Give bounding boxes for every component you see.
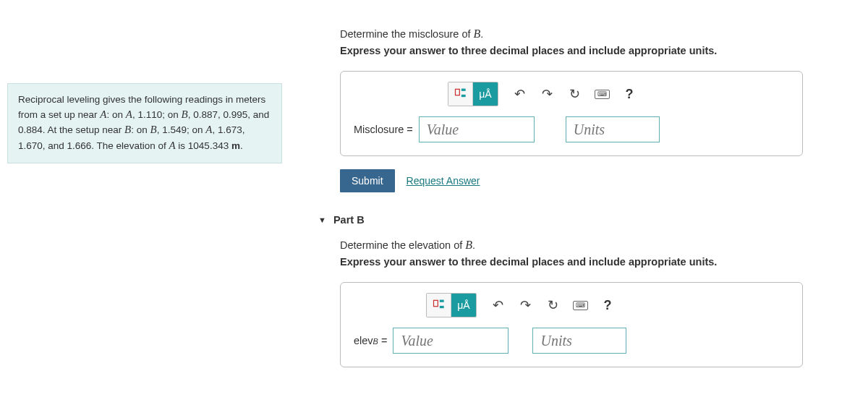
undo-button[interactable]: ↶ <box>490 297 506 313</box>
subscript-B: B <box>373 337 378 346</box>
partA-toolbar: μÅ ↶ ↷ ↻ ⌨ ? <box>448 82 637 106</box>
svg-rect-3 <box>433 300 438 306</box>
svg-rect-2 <box>461 95 465 97</box>
keyboard-icon: ⌨ <box>595 90 610 99</box>
partB-prompt1: Determine the elevation of B. <box>340 239 846 252</box>
text: : on <box>106 109 125 120</box>
var-A: A <box>126 108 132 120</box>
svg-rect-1 <box>461 89 465 91</box>
text: Determine the misclosure of <box>340 28 474 40</box>
svg-rect-4 <box>439 300 443 302</box>
var-B: B <box>150 124 157 135</box>
text: . <box>240 140 243 151</box>
partB-answer-box: μÅ ↶ ↷ ↻ ⌨ ? elevB = <box>340 282 803 367</box>
template-tool-button[interactable] <box>427 294 451 317</box>
request-answer-link[interactable]: Request Answer <box>407 175 480 187</box>
keyboard-button[interactable]: ⌨ <box>572 297 588 313</box>
var-A: A <box>169 140 175 151</box>
keyboard-icon: ⌨ <box>573 301 588 310</box>
problem-sidebar: Reciprocal leveling gives the following … <box>7 14 282 367</box>
reset-button[interactable]: ↻ <box>566 86 582 102</box>
template-icon <box>454 87 468 101</box>
template-tool-button[interactable] <box>448 82 473 106</box>
partB-input-row: elevB = <box>354 328 789 354</box>
keyboard-button[interactable]: ⌨ <box>594 86 610 102</box>
problem-statement: Reciprocal leveling gives the following … <box>7 83 282 163</box>
partB-header[interactable]: ▼ Part B <box>318 214 846 226</box>
redo-button[interactable]: ↷ <box>539 86 555 102</box>
partA-input-row: Misclosure = <box>354 116 789 142</box>
text: elev <box>354 335 373 346</box>
partA-submit-row: Submit Request Answer <box>340 169 846 192</box>
main-content: Determine the misclosure of B. Express y… <box>282 14 861 367</box>
partA-value-input[interactable] <box>419 116 535 142</box>
text: is 1045.343 <box>176 140 231 151</box>
text: , 1.110; on <box>132 109 182 120</box>
misclosure-label: Misclosure = <box>354 124 413 135</box>
template-icon <box>432 298 446 312</box>
partB-value-input[interactable] <box>393 328 509 354</box>
var-B: B <box>465 239 472 251</box>
units-tool-button[interactable]: μÅ <box>451 294 476 317</box>
text: = <box>378 335 388 346</box>
text: . <box>472 239 475 251</box>
partA-units-input[interactable] <box>566 116 660 142</box>
partA-prompt2: Express your answer to three decimal pla… <box>340 45 846 56</box>
svg-rect-0 <box>455 89 459 95</box>
help-button[interactable]: ? <box>621 86 637 102</box>
partB-title: Part B <box>333 214 365 226</box>
unit-m: m <box>231 140 240 151</box>
partA-prompt1: Determine the misclosure of B. <box>340 27 846 40</box>
collapse-caret-icon: ▼ <box>318 216 326 224</box>
partA-answer-box: μÅ ↶ ↷ ↻ ⌨ ? Misclosure = <box>340 71 803 156</box>
text: . <box>480 28 483 40</box>
action-tools: ↶ ↷ ↻ ⌨ ? <box>490 297 616 313</box>
partB-toolbar: μÅ ↶ ↷ ↻ ⌨ ? <box>426 293 616 317</box>
var-B: B <box>474 27 481 40</box>
var-B: B <box>124 124 131 135</box>
svg-rect-5 <box>439 306 443 308</box>
text: : on <box>131 124 150 135</box>
redo-button[interactable]: ↷ <box>517 297 533 313</box>
format-tool-group: μÅ <box>448 82 498 106</box>
format-tool-group: μÅ <box>426 293 477 317</box>
text: Determine the elevation of <box>340 239 465 251</box>
submit-button[interactable]: Submit <box>340 169 395 192</box>
help-button[interactable]: ? <box>600 297 616 313</box>
elev-label: elevB = <box>354 335 387 346</box>
units-tool-button[interactable]: μÅ <box>473 82 498 106</box>
undo-button[interactable]: ↶ <box>511 86 527 102</box>
partB-prompt2: Express your answer to three decimal pla… <box>340 256 846 268</box>
partB-units-input[interactable] <box>532 328 626 354</box>
reset-button[interactable]: ↻ <box>545 297 561 313</box>
action-tools: ↶ ↷ ↻ ⌨ ? <box>511 86 637 102</box>
text: , 1.549; on <box>157 124 206 135</box>
var-B: B <box>182 108 188 120</box>
